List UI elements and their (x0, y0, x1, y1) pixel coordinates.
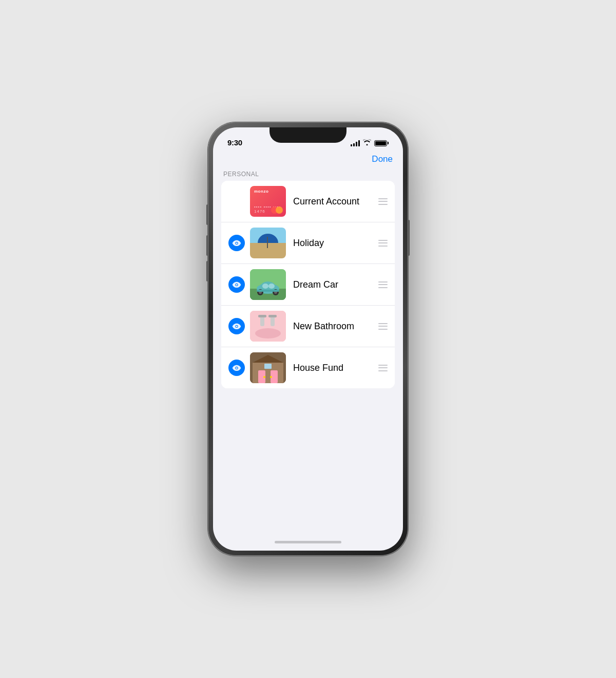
svg-point-9 (268, 284, 275, 289)
list-item[interactable]: House Fund (221, 347, 395, 388)
holiday-thumbnail (250, 228, 286, 258)
svg-point-22 (255, 328, 281, 338)
account-name: Current Account (293, 196, 373, 207)
done-row: Done (213, 150, 403, 166)
phone-device: 9:30 (208, 122, 408, 556)
home-indicator (213, 533, 403, 551)
drag-handle[interactable] (378, 281, 388, 288)
list-item[interactable]: Holiday (221, 222, 395, 263)
eye-toggle[interactable] (228, 360, 245, 376)
svg-point-1 (236, 242, 238, 244)
eye-toggle[interactable] (228, 276, 245, 293)
accounts-list: monzo •••• •••• •••• 1476 Current Accoun… (221, 181, 395, 388)
drag-handle[interactable] (378, 323, 388, 330)
list-item[interactable]: monzo •••• •••• •••• 1476 Current Accoun… (221, 181, 395, 222)
battery-icon (374, 140, 389, 146)
bathroom-thumbnail (250, 311, 286, 342)
car-thumbnail (250, 269, 286, 300)
eye-toggle[interactable] (228, 318, 245, 334)
drag-handle[interactable] (378, 198, 388, 205)
phone-screen: 9:30 (213, 127, 403, 551)
drag-handle[interactable] (378, 365, 388, 371)
house-thumbnail (250, 352, 286, 383)
mastercard-icon (271, 206, 283, 214)
monzo-card-thumbnail: monzo •••• •••• •••• 1476 (250, 186, 286, 217)
account-name: Dream Car (293, 279, 373, 290)
done-button[interactable]: Done (372, 154, 393, 164)
status-icons (351, 139, 389, 147)
section-label: PERSONAL (213, 166, 403, 181)
account-name: House Fund (293, 363, 373, 373)
svg-point-8 (262, 284, 268, 289)
svg-point-16 (236, 326, 238, 327)
svg-rect-21 (268, 315, 277, 317)
svg-rect-19 (258, 315, 266, 317)
svg-point-3 (236, 284, 238, 286)
list-item[interactable]: New Bathroom (221, 305, 395, 347)
account-name: Holiday (293, 238, 373, 249)
svg-rect-32 (264, 364, 272, 369)
eye-toggle[interactable] (228, 235, 245, 251)
app-content: Done PERSONAL monzo •••• •••• •••• 1476 (213, 150, 403, 533)
drag-handle[interactable] (378, 240, 388, 247)
account-name: New Bathroom (293, 321, 373, 332)
phone-notch (270, 127, 346, 143)
signal-icon (351, 140, 360, 146)
status-time: 9:30 (227, 138, 242, 147)
wifi-icon (363, 139, 371, 147)
svg-point-24 (236, 367, 238, 369)
list-item[interactable]: Dream Car (221, 263, 395, 305)
svg-point-31 (270, 376, 272, 378)
svg-point-29 (263, 376, 265, 378)
svg-rect-14 (257, 290, 279, 292)
